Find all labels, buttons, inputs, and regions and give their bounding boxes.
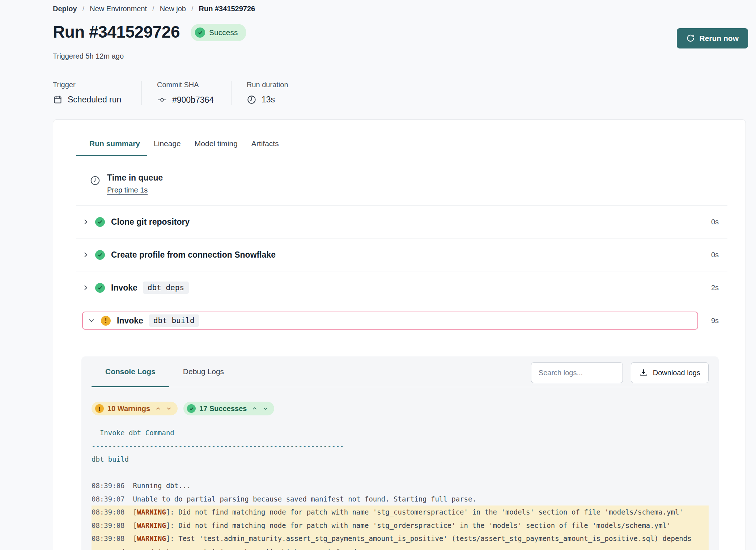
log-line: dbt build xyxy=(92,453,709,466)
log-header: Console Logs Debug Logs Download logs xyxy=(92,356,709,387)
step-duration: 9s xyxy=(711,317,719,325)
log-line: 08:39:08[WARNING]: Test 'test.admin_matu… xyxy=(92,532,709,545)
step-row-content: ! Create profile from connection Snowfla… xyxy=(82,250,711,260)
step-title: Invoke xyxy=(117,316,143,326)
breadcrumb-new-environment[interactable]: New Environment xyxy=(90,4,147,14)
breadcrumb-separator: / xyxy=(152,4,154,14)
chevron-right-icon[interactable] xyxy=(82,251,89,258)
step-duration: 2s xyxy=(711,284,719,292)
step-row-content: ! Clone git repository xyxy=(82,217,711,227)
step-status-icon: ! xyxy=(101,316,111,326)
step-row-content: ! Invoke dbt build xyxy=(82,312,698,330)
success-check-icon xyxy=(187,404,196,413)
log-message: on a node named 'stg_payments' in packag… xyxy=(92,548,356,550)
log-line: 08:39:08[WARNING]: Did not find matching… xyxy=(92,505,709,519)
chevron-right-icon[interactable] xyxy=(82,218,89,225)
breadcrumb-separator: / xyxy=(82,4,85,14)
log-message: ]: Did not find matching node for patch … xyxy=(166,521,671,529)
log-timestamp: 08:39:06 xyxy=(92,482,125,490)
log-message: Invoke dbt Command xyxy=(92,429,174,437)
download-logs-button[interactable]: Download logs xyxy=(631,362,709,383)
breadcrumb: Deploy / New Environment / New job / Run… xyxy=(53,4,748,14)
log-line: on a node named 'stg_payments' in packag… xyxy=(92,545,709,550)
status-badge: Success xyxy=(191,24,246,41)
console-log-output: Invoke dbt Command----------------------… xyxy=(92,426,709,550)
breadcrumb-separator: / xyxy=(191,4,194,14)
commit-icon xyxy=(157,95,167,105)
tab-debug-logs[interactable]: Debug Logs xyxy=(169,357,238,387)
clock-icon xyxy=(247,95,256,105)
breadcrumb-current-run: Run #341529726 xyxy=(199,4,255,14)
warnings-badge[interactable]: ! 10 Warnings xyxy=(92,402,178,415)
step-status-icon: ! xyxy=(95,283,105,293)
log-message: ]: Test 'test.admin_maturity.assert_stg_… xyxy=(166,534,692,542)
log-message: dbt build xyxy=(92,455,129,463)
log-message: ]: Did not find matching node for patch … xyxy=(166,508,683,516)
log-tabs: Console Logs Debug Logs xyxy=(92,357,238,387)
time-in-queue-title: Time in queue xyxy=(107,173,163,183)
run-summary-card: Run summary Lineage Model timing Artifac… xyxy=(53,119,746,550)
step-row-content: ! Invoke dbt deps xyxy=(82,282,711,294)
tab-run-summary[interactable]: Run summary xyxy=(76,134,147,156)
warning-icon: ! xyxy=(95,404,104,413)
download-logs-label: Download logs xyxy=(653,369,700,377)
meta-duration-value: 13s xyxy=(262,95,275,105)
rerun-now-button[interactable]: Rerun now xyxy=(677,28,748,48)
breadcrumb-deploy[interactable]: Deploy xyxy=(53,4,77,14)
triggered-timestamp: Triggered 5h 12m ago xyxy=(53,52,748,60)
step-command-chip: dbt build xyxy=(149,314,199,327)
successes-badge-label: 17 Successes xyxy=(199,405,247,413)
log-timestamp: 08:39:08 xyxy=(92,521,125,529)
tab-lineage[interactable]: Lineage xyxy=(147,134,188,156)
run-page: Deploy / New Environment / New job / Run… xyxy=(0,0,756,550)
warning-label: WARNING xyxy=(137,534,166,542)
tab-artifacts[interactable]: Artifacts xyxy=(245,134,286,156)
run-tabs: Run summary Lineage Model timing Artifac… xyxy=(76,120,727,156)
step-status-icon: ! xyxy=(95,250,105,260)
log-message: Unable to do partial parsing because sav… xyxy=(133,495,476,503)
step-status-icon: ! xyxy=(95,217,105,227)
meta-trigger-label: Trigger xyxy=(53,81,123,89)
chevron-down-icon[interactable] xyxy=(88,317,95,324)
warning-label: WARNING xyxy=(137,521,166,529)
step-row[interactable]: ! Clone git repository 0s xyxy=(76,206,727,238)
run-meta: Trigger Scheduled run Commit SHA #900b73… xyxy=(53,81,748,105)
breadcrumb-new-job[interactable]: New job xyxy=(160,4,186,14)
log-timestamp: 08:39:08 xyxy=(92,534,125,542)
successes-badge[interactable]: 17 Successes xyxy=(183,402,274,415)
chevron-right-icon[interactable] xyxy=(82,284,89,291)
time-in-queue-section: Time in queue Prep time 1s xyxy=(76,156,727,206)
log-line: 08:39:06Running dbt... xyxy=(92,479,709,492)
step-row[interactable]: ! Invoke dbt build 9s xyxy=(76,304,727,339)
log-line: 08:39:08[WARNING]: Did not find matching… xyxy=(92,519,709,532)
log-message xyxy=(92,469,95,477)
warnings-badge-label: 10 Warnings xyxy=(107,405,150,413)
step-title: Invoke xyxy=(111,283,137,293)
log-controls: Download logs xyxy=(531,362,709,383)
clock-icon xyxy=(90,175,101,194)
log-message: Running dbt... xyxy=(133,482,191,490)
chevron-down-icon[interactable] xyxy=(263,406,268,411)
step-row[interactable]: ! Create profile from connection Snowfla… xyxy=(76,238,727,271)
log-timestamp: 08:39:07 xyxy=(92,495,125,503)
search-logs-input[interactable] xyxy=(531,362,623,383)
tab-model-timing[interactable]: Model timing xyxy=(188,134,245,156)
step-title: Create profile from connection Snowflake xyxy=(111,250,276,260)
step-row[interactable]: ! Invoke dbt deps 2s xyxy=(76,271,727,304)
page-header: Run #341529726 Success Rerun now xyxy=(53,22,748,48)
chevron-down-icon[interactable] xyxy=(166,406,172,411)
meta-trigger: Trigger Scheduled run xyxy=(53,81,141,105)
prep-time-link[interactable]: Prep time 1s xyxy=(107,186,148,194)
log-panel: Console Logs Debug Logs Download logs ! xyxy=(81,356,719,550)
chevron-up-icon[interactable] xyxy=(252,406,258,411)
step-duration: 0s xyxy=(711,251,719,259)
success-check-icon xyxy=(195,28,205,38)
tab-console-logs[interactable]: Console Logs xyxy=(92,357,169,387)
chevron-up-icon[interactable] xyxy=(155,406,161,411)
log-timestamp: 08:39:08 xyxy=(92,508,125,516)
step-duration: 0s xyxy=(711,218,719,226)
rerun-now-label: Rerun now xyxy=(700,34,739,43)
warning-label: WARNING xyxy=(137,508,166,516)
step-command-chip: dbt deps xyxy=(143,282,189,294)
log-message: ----------------------------------------… xyxy=(92,442,344,450)
